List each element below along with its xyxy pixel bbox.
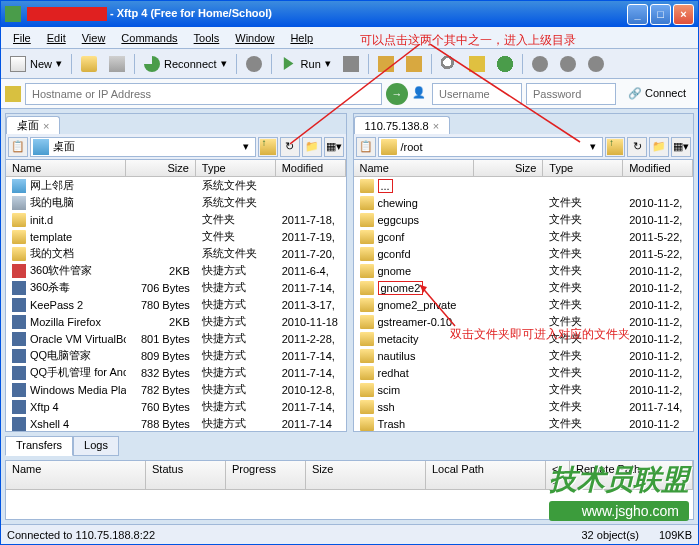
left-path-combo[interactable]: 桌面▾ bbox=[30, 137, 256, 157]
file-row[interactable]: 我的电脑系统文件夹 bbox=[6, 194, 346, 211]
left-book-button[interactable]: 📋 bbox=[8, 137, 28, 157]
chevron-down-icon[interactable]: ▾ bbox=[586, 140, 600, 153]
reconnect-icon bbox=[144, 56, 160, 72]
col-modified[interactable]: Modified bbox=[623, 160, 693, 176]
file-row[interactable]: Oracle VM VirtualBox801 Bytes快捷方式2011-2-… bbox=[6, 330, 346, 347]
file-row[interactable]: 360杀毒706 Bytes快捷方式2011-7-14, bbox=[6, 279, 346, 296]
menu-help[interactable]: Help bbox=[282, 30, 321, 46]
file-row[interactable]: Windows Media Player782 Bytes快捷方式2010-12… bbox=[6, 381, 346, 398]
file-row[interactable]: 360软件管家2KB快捷方式2011-6-4, bbox=[6, 262, 346, 279]
left-tab[interactable]: 桌面× bbox=[6, 116, 60, 134]
right-refresh-button[interactable]: ↻ bbox=[627, 137, 647, 157]
tcol-size[interactable]: Size bbox=[306, 461, 426, 489]
col-modified[interactable]: Modified bbox=[276, 160, 346, 176]
right-file-list[interactable]: Name Size Type Modified ...chewing文件夹201… bbox=[354, 160, 694, 431]
file-row[interactable]: KeePass 2780 Bytes快捷方式2011-3-17, bbox=[6, 296, 346, 313]
tcol-name[interactable]: Name bbox=[6, 461, 146, 489]
tab-logs[interactable]: Logs bbox=[73, 436, 119, 456]
col-size[interactable]: Size bbox=[474, 160, 544, 176]
col-type[interactable]: Type bbox=[543, 160, 623, 176]
file-row[interactable]: template文件夹2011-7-19, bbox=[6, 228, 346, 245]
tcol-progress[interactable]: Progress bbox=[226, 461, 306, 489]
chevron-down-icon[interactable]: ▾ bbox=[239, 140, 253, 153]
tcol-localpath[interactable]: Local Path bbox=[426, 461, 546, 489]
tcol-remotepath[interactable]: Remote Path bbox=[570, 461, 693, 489]
tcol-status[interactable]: Status bbox=[146, 461, 226, 489]
file-row[interactable]: nautilus文件夹2010-11-2, bbox=[354, 347, 694, 364]
file-row[interactable]: chewing文件夹2010-11-2, bbox=[354, 194, 694, 211]
swap-button[interactable] bbox=[373, 53, 399, 75]
file-row[interactable]: QQ手机管理 for And...832 Bytes快捷方式2011-7-14, bbox=[6, 364, 346, 381]
file-row[interactable]: Xshell 4788 Bytes快捷方式2011-7-14 bbox=[6, 415, 346, 431]
new-button[interactable]: New▾ bbox=[5, 53, 67, 75]
right-tab-close[interactable]: × bbox=[433, 120, 439, 132]
open-dn-button[interactable] bbox=[104, 53, 130, 75]
swap2-button[interactable] bbox=[401, 53, 427, 75]
file-row[interactable]: ... bbox=[354, 177, 694, 194]
file-row[interactable]: Mozilla Firefox2KB快捷方式2010-11-18 bbox=[6, 313, 346, 330]
reconnect-button[interactable]: Reconnect▾ bbox=[139, 53, 232, 75]
left-refresh-button[interactable]: ↻ bbox=[280, 137, 300, 157]
left-view-button[interactable]: ▦▾ bbox=[324, 137, 344, 157]
file-row[interactable]: Trash文件夹2010-11-2 bbox=[354, 415, 694, 431]
host-input[interactable] bbox=[25, 83, 382, 105]
menu-tools[interactable]: Tools bbox=[186, 30, 228, 46]
file-row[interactable]: gconfd文件夹2011-5-22, bbox=[354, 245, 694, 262]
connect-button[interactable]: 🔗 Connect bbox=[620, 85, 694, 102]
left-file-list[interactable]: Name Size Type Modified 网上邻居系统文件夹我的电脑系统文… bbox=[6, 160, 346, 431]
file-row[interactable]: 我的文档系统文件夹2011-7-20, bbox=[6, 245, 346, 262]
username-input[interactable] bbox=[432, 83, 522, 105]
maximize-button[interactable]: □ bbox=[650, 4, 671, 25]
right-up-button[interactable] bbox=[605, 137, 625, 157]
open-button[interactable] bbox=[76, 53, 102, 75]
file-row[interactable]: gnome2_private文件夹2010-11-2, bbox=[354, 296, 694, 313]
file-row[interactable]: gnome文件夹2010-11-2, bbox=[354, 262, 694, 279]
right-tab[interactable]: 110.75.138.8× bbox=[354, 116, 451, 134]
find-button[interactable] bbox=[436, 53, 462, 75]
col-name[interactable]: Name bbox=[6, 160, 126, 176]
col-name[interactable]: Name bbox=[354, 160, 474, 176]
opt2-button[interactable] bbox=[555, 53, 581, 75]
left-tab-close[interactable]: × bbox=[43, 120, 49, 132]
file-row[interactable]: eggcups文件夹2010-11-2, bbox=[354, 211, 694, 228]
right-book-button[interactable]: 📋 bbox=[356, 137, 376, 157]
play-button[interactable] bbox=[241, 53, 267, 75]
file-row[interactable]: redhat文件夹2010-11-2, bbox=[354, 364, 694, 381]
file-row[interactable]: init.d文件夹2011-7-18, bbox=[6, 211, 346, 228]
find-icon bbox=[441, 56, 457, 72]
menu-edit[interactable]: Edit bbox=[39, 30, 74, 46]
file-row[interactable]: Xftp 4760 Bytes快捷方式2011-7-14, bbox=[6, 398, 346, 415]
file-icon bbox=[360, 247, 374, 261]
close-button[interactable]: × bbox=[673, 4, 694, 25]
run-button[interactable]: Run▾ bbox=[276, 53, 336, 75]
file-row[interactable]: metacity文件夹2010-11-2, bbox=[354, 330, 694, 347]
opt3-button[interactable] bbox=[583, 53, 609, 75]
right-view-button[interactable]: ▦▾ bbox=[671, 137, 691, 157]
right-path-combo[interactable]: /root▾ bbox=[378, 137, 604, 157]
pause-button[interactable] bbox=[338, 53, 364, 75]
minimize-button[interactable]: _ bbox=[627, 4, 648, 25]
menu-commands[interactable]: Commands bbox=[113, 30, 185, 46]
file-row[interactable]: ssh文件夹2011-7-14, bbox=[354, 398, 694, 415]
tab-transfers[interactable]: Transfers bbox=[5, 436, 73, 456]
go-button[interactable]: → bbox=[386, 83, 408, 105]
opt1-button[interactable] bbox=[527, 53, 553, 75]
menu-view[interactable]: View bbox=[74, 30, 114, 46]
file-row[interactable]: 网上邻居系统文件夹 bbox=[6, 177, 346, 194]
file-row[interactable]: gstreamer-0.10文件夹2010-11-2, bbox=[354, 313, 694, 330]
menu-window[interactable]: Window bbox=[227, 30, 282, 46]
globe-button[interactable] bbox=[492, 53, 518, 75]
tcol-dir[interactable]: <-> bbox=[546, 461, 570, 489]
settings-button[interactable] bbox=[464, 53, 490, 75]
file-row[interactable]: QQ电脑管家809 Bytes快捷方式2011-7-14, bbox=[6, 347, 346, 364]
file-row[interactable]: gnome2文件夹2010-11-2, bbox=[354, 279, 694, 296]
col-type[interactable]: Type bbox=[196, 160, 276, 176]
file-row[interactable]: gconf文件夹2011-5-22, bbox=[354, 228, 694, 245]
col-size[interactable]: Size bbox=[126, 160, 196, 176]
left-newfolder-button[interactable]: 📁 bbox=[302, 137, 322, 157]
menu-file[interactable]: File bbox=[5, 30, 39, 46]
password-input[interactable] bbox=[526, 83, 616, 105]
left-up-button[interactable] bbox=[258, 137, 278, 157]
file-row[interactable]: scim文件夹2010-11-2, bbox=[354, 381, 694, 398]
right-newfolder-button[interactable]: 📁 bbox=[649, 137, 669, 157]
